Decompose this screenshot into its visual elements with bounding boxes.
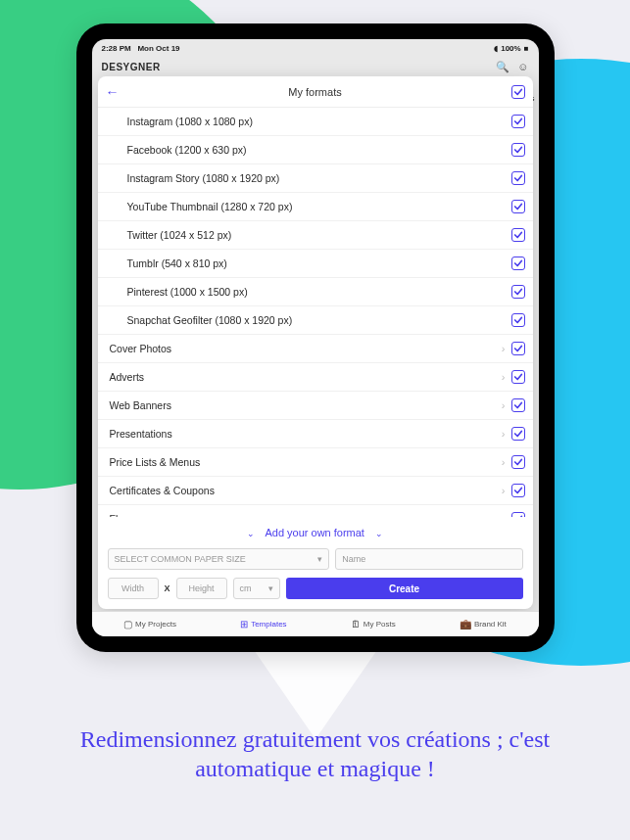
height-placeholder: Height [189,583,215,593]
folder-icon: ▢ [123,619,132,630]
format-label: Instagram (1080 x 1080 px) [110,116,253,127]
format-checkbox[interactable] [511,427,525,441]
by-separator: X [165,578,170,599]
tab-templates[interactable]: ⊞ Templates [240,619,286,630]
marketing-caption: Redimensionnez gratuite­ment vos créatio… [71,724,560,783]
tab-label: My Posts [363,620,396,629]
format-checkbox[interactable] [511,200,525,213]
format-checkbox[interactable] [511,313,525,327]
format-checkbox[interactable] [511,257,525,270]
format-label: Price Lists & Menus [110,456,201,468]
format-row[interactable]: Pinterest (1000 x 1500 px) [98,278,533,306]
format-checkbox[interactable] [511,115,525,128]
create-label: Create [389,583,419,594]
format-checkbox[interactable] [511,342,525,355]
format-checkbox[interactable] [511,370,525,384]
tab-label: Templates [251,620,286,629]
tab-label: Brand Kit [474,620,507,629]
format-label: Facebook (1200 x 630 px) [110,144,247,156]
tab-my-posts[interactable]: 🗓 My Posts [351,619,396,630]
chevron-right-icon: › [502,456,506,468]
format-label: Web Banners [110,399,171,411]
height-input[interactable]: Height [176,578,227,599]
add-format-label: Add your own format [265,527,364,538]
format-row[interactable]: Tumblr (540 x 810 px) [98,250,533,278]
tablet-frame: 2:28 PM Mon Oct 19 ◖ 100% ■ DESYGNER 🔍 ☺… [76,23,555,652]
status-right: ◖ 100% ■ [494,44,528,53]
formats-modal: ← My formats Instagram (1080 x 1080 px)F… [98,76,533,609]
format-row[interactable]: Presentations› [98,420,533,448]
create-button[interactable]: Create [286,578,523,599]
formats-list: Instagram (1080 x 1080 px)Facebook (1200… [98,108,533,517]
width-placeholder: Width [121,583,144,593]
name-placeholder: Name [342,554,365,564]
format-label: Pinterest (1000 x 1500 px) [110,286,248,298]
caret-down-icon: ▾ [268,583,273,593]
search-icon[interactable]: 🔍 [496,61,509,73]
app-brand: DESYGNER [102,62,161,72]
width-input[interactable]: Width [108,578,159,599]
format-checkbox[interactable] [511,228,525,242]
tab-label: My Projects [135,620,176,629]
back-button[interactable]: ← [106,84,120,100]
paper-size-label: SELECT COMMON PAPER SIZE [115,554,246,564]
status-date: Mon Oct 19 [137,44,179,53]
select-all-checkbox[interactable] [511,85,525,99]
format-row[interactable]: Instagram (1080 x 1080 px) [98,108,533,136]
format-checkbox[interactable] [511,171,525,185]
format-label: Instagram Story (1080 x 1920 px) [110,172,280,184]
format-row[interactable]: YouTube Thumbnail (1280 x 720 px) [98,193,533,221]
screen: 2:28 PM Mon Oct 19 ◖ 100% ■ DESYGNER 🔍 ☺… [92,39,539,636]
format-row[interactable]: Cover Photos› [98,335,533,363]
format-checkbox[interactable] [511,398,525,412]
paper-size-select[interactable]: SELECT COMMON PAPER SIZE ▾ [108,548,330,570]
tab-my-projects[interactable]: ▢ My Projects [123,619,176,630]
format-name-input[interactable]: Name [335,548,522,570]
unit-select[interactable]: cm ▾ [233,578,280,599]
format-row[interactable]: Adverts› [98,363,533,392]
format-label: Adverts [110,371,145,383]
format-label: Tumblr (540 x 810 px) [110,257,227,269]
chevron-right-icon: › [502,399,506,411]
add-format-row[interactable]: ⌄ Add your own format ⌄ [98,517,533,544]
tab-bar: ▢ My Projects ⊞ Templates 🗓 My Posts 💼 B… [92,611,539,636]
status-time: 2:28 PM [102,44,131,53]
format-checkbox[interactable] [511,143,525,157]
chevron-down-icon: ⌄ [375,529,383,538]
format-label: Twitter (1024 x 512 px) [110,229,232,241]
format-checkbox[interactable] [511,285,525,299]
modal-title: My formats [288,86,341,98]
format-label: Presentations [110,428,172,440]
format-row[interactable]: Certificates & Coupons› [98,477,533,505]
caret-down-icon: ▾ [317,554,322,564]
chevron-right-icon: › [502,485,506,496]
templates-icon: ⊞ [240,619,248,630]
format-label: Cover Photos [110,343,172,354]
format-row[interactable]: Instagram Story (1080 x 1920 px) [98,164,533,193]
modal-header: ← My formats [98,76,533,108]
chevron-right-icon: › [502,343,506,354]
format-checkbox[interactable] [511,484,525,497]
unit-label: cm [240,583,252,593]
account-icon[interactable]: ☺ [517,61,528,73]
app-header: DESYGNER 🔍 ☺ [92,57,539,76]
format-row[interactable]: Price Lists & Menus› [98,448,533,477]
format-label: Certificates & Coupons [110,485,215,496]
chevron-right-icon: › [502,371,506,383]
format-label: Snapchat Geofilter (1080 x 1920 px) [110,314,293,326]
tab-brand-kit[interactable]: 💼 Brand Kit [460,619,507,630]
format-row[interactable]: Web Banners› [98,392,533,420]
format-row[interactable]: Flyers› [98,505,533,517]
calendar-icon: 🗓 [351,619,361,630]
status-bar: 2:28 PM Mon Oct 19 ◖ 100% ■ [92,39,539,57]
battery-icon: ■ [524,44,529,53]
format-checkbox[interactable] [511,455,525,469]
chevron-right-icon: › [502,428,506,440]
format-row[interactable]: Facebook (1200 x 630 px) [98,136,533,164]
format-label: YouTube Thumbnail (1280 x 720 px) [110,201,293,212]
toolbox-icon: 💼 [460,619,471,630]
wifi-icon: ◖ [494,44,498,53]
format-row[interactable]: Snapchat Geofilter (1080 x 1920 px) [98,306,533,335]
format-row[interactable]: Twitter (1024 x 512 px) [98,221,533,250]
battery-percent: 100% [501,44,520,53]
